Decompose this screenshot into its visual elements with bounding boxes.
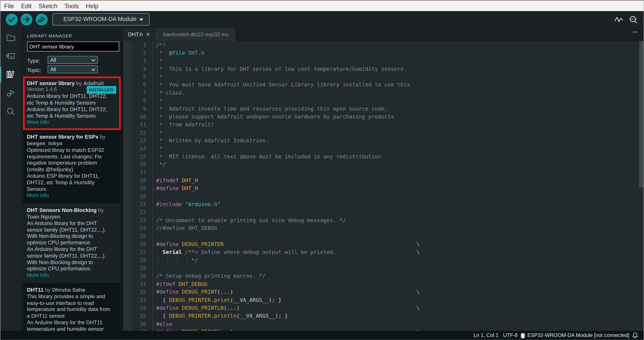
editor-scrollbar-thumb[interactable]: [639, 41, 644, 188]
line-number: 28: [132, 256, 146, 264]
arrow-right-icon: [20, 14, 32, 25]
status-bar: Ln 1, Col 1 UTF-8 ESP32-WROOM-DA Module …: [0, 331, 644, 340]
line-number: 33: [132, 296, 146, 304]
code-line-18: #ifndef DHT_H: [156, 176, 639, 184]
sidebar-item-boards-manager[interactable]: [0, 47, 21, 65]
line-number: 9: [132, 105, 146, 113]
chip-icon: [520, 333, 525, 338]
line-number: 19: [132, 185, 146, 192]
line-number: 11: [132, 121, 146, 128]
line-number: 37: [132, 328, 146, 331]
code-line-17: [156, 168, 639, 176]
serial-plotter-icon[interactable]: [614, 15, 624, 24]
line-number: 14: [132, 144, 146, 152]
line-number: 7: [132, 89, 146, 97]
code-line-15: * MIT license, all text above must be in…: [156, 152, 639, 160]
code-line-16: */: [156, 160, 639, 168]
library-item-2[interactable]: DHT Sensors Non-Blocking byToan NguyenAn…: [23, 203, 120, 283]
menu-sketch[interactable]: Sketch: [39, 2, 58, 10]
folder-icon: [5, 32, 16, 43]
more-info-link[interactable]: More info: [27, 272, 49, 278]
code-line-19: #define DHT_H: [156, 185, 639, 192]
library-search-box[interactable]: [27, 42, 119, 52]
line-number: 18: [132, 176, 146, 184]
code-line-2: * @file DHT.h: [156, 49, 639, 57]
code-line-12: *: [156, 128, 639, 136]
line-number: 17: [132, 168, 146, 176]
more-info-link[interactable]: More info: [27, 192, 49, 199]
line-number: 21: [132, 200, 146, 208]
menu-help[interactable]: Help: [86, 2, 98, 10]
board-selector-dropdown[interactable]: ESP32-WROOM-DA Module: [53, 13, 150, 26]
bell-icon[interactable]: [632, 332, 638, 339]
code-line-14: *: [156, 144, 639, 152]
sidebar-item-debug[interactable]: [0, 84, 21, 102]
line-number: 23: [132, 216, 146, 224]
panel-editor-divider: [121, 41, 123, 331]
library-manager-panel: LIBRARY MANAGER Type: All Topic: All DHT…: [21, 28, 121, 331]
line-number: 31: [132, 280, 146, 288]
bug-play-icon: [36, 14, 48, 25]
line-number: 3: [132, 57, 146, 65]
chevron-down-icon: [140, 18, 144, 21]
code-line-34: #define DEBUG_PRINTLN(...) \: [156, 304, 639, 312]
library-search-input[interactable]: [27, 42, 120, 51]
serial-monitor-icon[interactable]: [628, 15, 638, 24]
line-number: 2: [132, 49, 146, 57]
upload-button[interactable]: [20, 14, 32, 25]
menu-file[interactable]: File: [4, 2, 14, 10]
library-item-1[interactable]: DHT sensor library for ESPx bybeegee_tok…: [23, 130, 120, 203]
topic-filter-select[interactable]: All: [48, 65, 98, 73]
line-number: 10: [132, 113, 146, 120]
code-line-10: * please support Adafruit andopen-source…: [156, 113, 639, 120]
board-icon: [5, 51, 16, 61]
verify-button[interactable]: [6, 14, 18, 25]
line-number: 6: [132, 81, 146, 89]
close-icon[interactable]: ✕: [146, 31, 150, 37]
line-number: 32: [132, 288, 146, 296]
books-icon: [5, 69, 16, 80]
line-number: 35: [132, 312, 146, 320]
code-line-37: #define DEBUG_PRINT(...) \: [156, 328, 639, 331]
debug-button[interactable]: [36, 14, 48, 25]
code-line-36: #else: [156, 320, 639, 328]
code-line-13: * Written by Adafruit Industries.: [156, 137, 639, 144]
cursor-position: Ln 1, Col 1: [474, 332, 498, 338]
debug-icon: [5, 88, 16, 98]
line-number: 27: [132, 248, 146, 256]
activity-sidebar: [0, 28, 21, 331]
library-item-0[interactable]: DHT sensor library by AdafruitVersion 1.…: [23, 76, 120, 130]
code-line-28: │ │ │ │ */: [156, 256, 639, 264]
menu-tools[interactable]: Tools: [64, 2, 79, 10]
line-number: 22: [132, 208, 146, 216]
code-line-7: * class.: [156, 89, 639, 97]
code-line-31: #ifdef DHT_DEBUG: [156, 280, 639, 288]
code-line-33: { DEBUG_PRINTER.print(__VA_ARGS__); }: [156, 296, 639, 304]
sidebar-item-library-manager[interactable]: [0, 65, 21, 84]
code-line-25: [156, 232, 639, 240]
tab-sketch-ino[interactable]: hardcoded-dht22-esp32.ino: [155, 28, 235, 41]
search-icon: [5, 106, 16, 117]
library-item-3[interactable]: DHT11 by Dhruba SahaThis library provide…: [23, 283, 120, 331]
code-line-20: [156, 192, 639, 200]
code-editor[interactable]: 1234567891011121314151617181920212223242…: [121, 41, 644, 331]
code-line-29: [156, 264, 639, 272]
sidebar-item-explorer[interactable]: [0, 28, 21, 47]
sidebar-item-search[interactable]: [0, 102, 21, 121]
type-filter-select[interactable]: All: [48, 56, 98, 63]
installed-badge: INSTALLED: [86, 86, 116, 94]
line-number: 8: [132, 97, 146, 105]
tab-dht-h[interactable]: DHT.h ✕: [124, 28, 154, 41]
code-line-5: *: [156, 73, 639, 81]
line-number: 15: [132, 152, 146, 160]
code-line-23: /* Uncomment to enable printing out nice…: [156, 216, 639, 224]
line-number: 34: [132, 304, 146, 312]
more-actions-icon[interactable]: ⋯: [632, 29, 638, 35]
more-info-link[interactable]: More info: [27, 119, 49, 125]
code-content: /*! * @file DHT.h * * This is a library …: [152, 41, 639, 331]
line-number: 16: [132, 160, 146, 168]
board-status[interactable]: ESP32-WROOM-DA Module [not connected]: [528, 332, 629, 338]
menu-edit[interactable]: Edit: [21, 2, 32, 10]
line-number: 29: [132, 264, 146, 272]
code-line-11: * from Adafruit!: [156, 121, 639, 128]
